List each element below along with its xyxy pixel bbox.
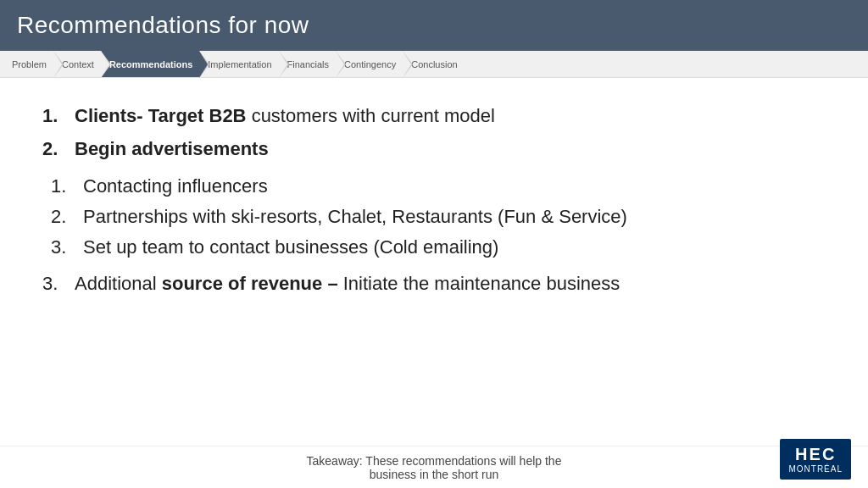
sub-list-2: 1. Contacting influencers 2. Partnership… xyxy=(51,173,826,264)
list-text-1: Clients- Target B2B customers with curre… xyxy=(75,102,495,130)
list-text-2-bold: Begin advertisements xyxy=(75,135,269,163)
navigation-bar: Problem Context Recommendations Implemen… xyxy=(0,51,868,78)
list-text-3-bold: source of revenue – xyxy=(162,273,338,294)
sub-list-text-2-3: Set up team to contact businesses (Cold … xyxy=(83,234,498,261)
list-item-3: 3. Additional source of revenue – Initia… xyxy=(42,269,826,297)
main-content: 1. Clients- Target B2B customers with cu… xyxy=(0,78,868,319)
list-item-1: 1. Clients- Target B2B customers with cu… xyxy=(42,102,826,130)
list-item-2: 2. Begin advertisements 1. Contacting in… xyxy=(42,135,826,264)
sub-list-item-2-3: 3. Set up team to contact businesses (Co… xyxy=(51,234,826,261)
nav-label-financials: Financials xyxy=(287,59,330,69)
list-text-3-pre: Additional xyxy=(75,273,162,294)
sub-list-number-2-2: 2. xyxy=(51,203,76,230)
sub-list-item-2-1: 1. Contacting influencers xyxy=(51,173,826,200)
main-list: 1. Clients- Target B2B customers with cu… xyxy=(42,102,826,297)
nav-item-implementation[interactable]: Implementation xyxy=(199,51,278,77)
nav-item-problem[interactable]: Problem xyxy=(0,51,53,77)
footer-takeaway: Takeaway: These recommendations will hel… xyxy=(295,454,573,481)
slide-footer: Takeaway: These recommendations will hel… xyxy=(0,446,868,488)
list-text-1-bold: Clients- Target B2B xyxy=(75,105,247,126)
hec-logo-line1: HEC xyxy=(788,444,843,464)
list-number-3: 3. xyxy=(42,269,68,297)
list-text-3-post: Initiate the maintenance business xyxy=(338,273,620,294)
list-text-1-normal: customers with current model xyxy=(247,105,495,126)
nav-label-context: Context xyxy=(62,59,94,69)
sub-list-number-2-1: 1. xyxy=(51,173,76,200)
list-number-2: 2. xyxy=(42,135,68,163)
sub-list-text-2-1: Contacting influencers xyxy=(83,173,268,200)
nav-label-recommendations: Recommendations xyxy=(109,59,192,69)
nav-label-contingency: Contingency xyxy=(344,59,396,69)
list-text-3: Additional source of revenue – Initiate … xyxy=(75,269,620,297)
nav-label-conclusion: Conclusion xyxy=(411,59,457,69)
nav-label-implementation: Implementation xyxy=(208,59,271,69)
hec-logo-line2: MONTRÉAL xyxy=(788,464,843,474)
nav-label-problem: Problem xyxy=(12,59,47,69)
sub-list-number-2-3: 3. xyxy=(51,234,76,261)
sub-list-item-2-2: 2. Partnerships with ski-resorts, Chalet… xyxy=(51,203,826,230)
nav-item-recommendations[interactable]: Recommendations xyxy=(101,51,199,77)
sub-list-text-2-2: Partnerships with ski-resorts, Chalet, R… xyxy=(83,203,627,230)
hec-logo: HEC MONTRÉAL xyxy=(780,439,851,480)
header-title: Recommendations for now xyxy=(17,12,309,38)
list-number-1: 1. xyxy=(42,102,68,130)
slide-header: Recommendations for now xyxy=(0,0,868,51)
